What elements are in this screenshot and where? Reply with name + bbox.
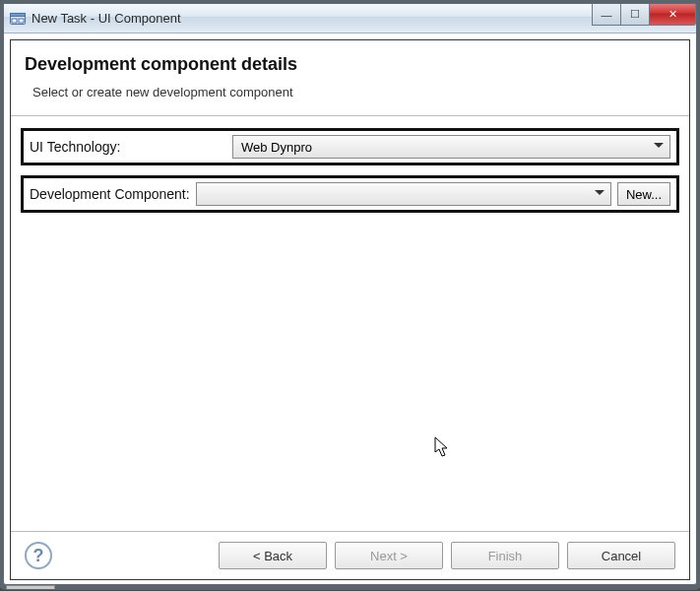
- development-component-label: Development Component:: [30, 186, 190, 202]
- svg-rect-3: [19, 19, 24, 23]
- ui-technology-value: Web Dynpro: [241, 140, 312, 155]
- app-icon: [10, 11, 26, 27]
- taskbar-fragment: [6, 585, 55, 589]
- cancel-button[interactable]: Cancel: [567, 542, 675, 569]
- close-button[interactable]: ✕: [649, 4, 696, 26]
- new-button[interactable]: New...: [617, 182, 670, 206]
- title-bar[interactable]: New Task - UI Component — ☐ ✕: [4, 4, 696, 33]
- ui-technology-label: UI Technology:: [30, 139, 226, 155]
- page-subtitle: Select or create new development compone…: [25, 85, 675, 99]
- wizard-content: Development component details Select or …: [10, 39, 690, 580]
- back-button[interactable]: < Back: [219, 542, 327, 569]
- button-bar: ? < Back Next > Finish Cancel: [11, 531, 689, 579]
- development-component-row: Development Component: New...: [21, 175, 679, 213]
- cursor-icon: [434, 436, 450, 458]
- ui-technology-combo[interactable]: Web Dynpro: [232, 135, 670, 159]
- maximize-button[interactable]: ☐: [620, 4, 650, 26]
- page-title: Development component details: [25, 54, 675, 75]
- ui-technology-row: UI Technology: Web Dynpro: [21, 128, 679, 165]
- finish-button: Finish: [451, 542, 559, 569]
- body-fill: [11, 234, 689, 531]
- dialog-window: New Task - UI Component — ☐ ✕ Developmen…: [3, 3, 697, 585]
- svg-rect-2: [12, 19, 17, 23]
- development-component-combo[interactable]: [196, 182, 611, 206]
- help-button[interactable]: ?: [25, 542, 52, 569]
- svg-rect-1: [11, 13, 26, 16]
- window-title: New Task - UI Component: [32, 11, 181, 26]
- minimize-button[interactable]: —: [592, 4, 621, 26]
- next-button: Next >: [335, 542, 443, 569]
- window-controls: — ☐ ✕: [593, 4, 696, 26]
- form-area: UI Technology: Web Dynpro Development Co…: [11, 116, 689, 234]
- wizard-header: Development component details Select or …: [11, 40, 689, 116]
